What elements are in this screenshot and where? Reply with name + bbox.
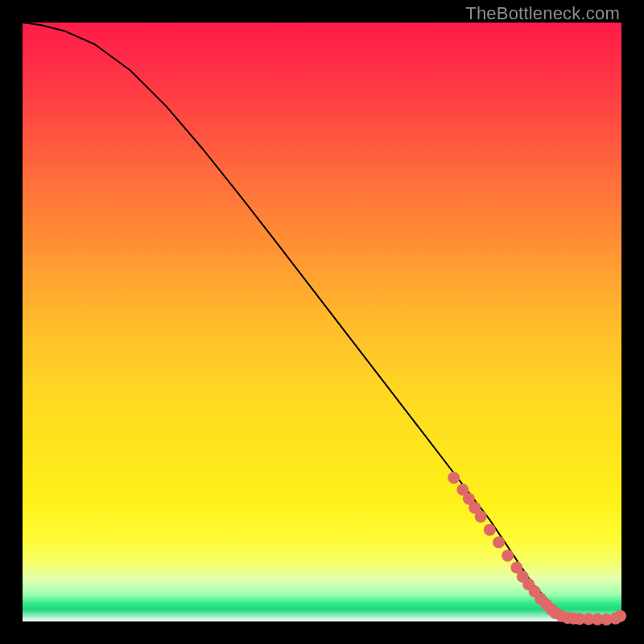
data-point: [448, 472, 460, 484]
bottleneck-curve: [23, 23, 621, 620]
data-point: [614, 610, 626, 622]
data-points-group: [448, 472, 626, 625]
chart-stage: TheBottleneck.com: [0, 0, 644, 644]
data-point: [475, 510, 487, 522]
plot-area: [23, 23, 621, 621]
chart-svg: [23, 23, 621, 621]
watermark-text: TheBottleneck.com: [465, 3, 620, 24]
data-point: [493, 536, 505, 548]
data-point: [484, 524, 496, 536]
data-point: [502, 550, 514, 562]
